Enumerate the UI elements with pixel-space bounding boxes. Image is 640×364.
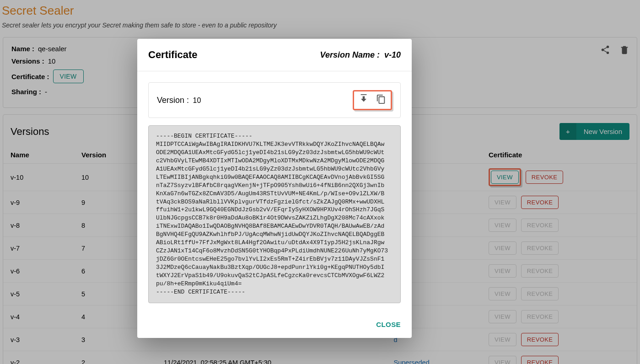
dialog-action-highlight: [353, 90, 392, 110]
dialog-version-label: Version :: [157, 96, 189, 105]
dialog-vname-value: v-10: [384, 50, 401, 59]
download-icon[interactable]: [355, 92, 372, 108]
dialog-version-bar: Version : 10: [148, 82, 401, 118]
certificate-text[interactable]: -----BEGIN CERTIFICATE----- MIIDPTCCAiWg…: [148, 125, 401, 303]
copy-icon[interactable]: [372, 92, 390, 108]
certificate-dialog: Certificate Version Name : v-10 Version …: [137, 39, 412, 338]
dialog-title: Certificate: [148, 49, 198, 61]
close-button[interactable]: CLOSE: [376, 321, 401, 328]
dialog-version-name: Version Name : v-10: [320, 50, 401, 60]
dialog-vname-label: Version Name :: [320, 50, 380, 59]
dialog-version-value: 10: [193, 96, 201, 104]
